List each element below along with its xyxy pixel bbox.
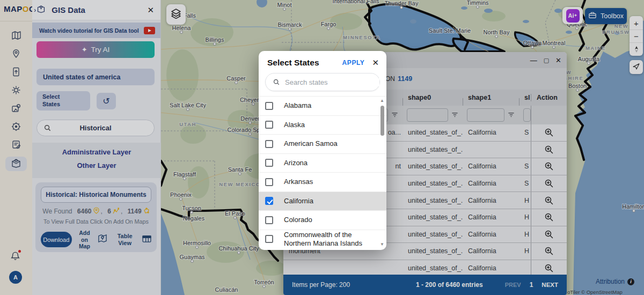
state-search-input[interactable] — [285, 78, 379, 86]
search-icon — [273, 78, 280, 86]
state-option[interactable]: Commonwealth of the Northern Mariana Isl… — [259, 230, 386, 249]
state-checkbox[interactable] — [265, 102, 273, 110]
state-option[interactable]: Alaska — [259, 115, 386, 135]
state-label: Colorado — [284, 216, 312, 224]
select-states-modal: Select States APPLY ✕ AlabamaAlaskaAmeri… — [259, 51, 386, 250]
state-option[interactable]: American Samoa — [259, 134, 386, 153]
scroll-down-icon[interactable]: ▼ — [379, 242, 385, 247]
state-checkbox[interactable] — [265, 216, 273, 224]
modal-scrollbar[interactable]: ▲ ▼ — [379, 98, 385, 247]
state-checkbox[interactable] — [265, 235, 273, 243]
state-label: Commonwealth of the Northern Mariana Isl… — [284, 231, 376, 248]
state-checkbox[interactable] — [265, 140, 273, 148]
app-root: Great FallsHelenaBillingsMinotBismarckFa… — [0, 0, 644, 295]
state-option[interactable]: Colorado — [259, 210, 386, 230]
state-label: American Samoa — [284, 139, 338, 148]
state-option[interactable]: Arizona — [259, 153, 386, 173]
state-label: Arizona — [284, 159, 308, 167]
scroll-up-icon[interactable]: ▲ — [379, 98, 385, 103]
state-option[interactable]: Alabama — [259, 96, 386, 115]
apply-button[interactable]: APPLY — [342, 59, 365, 67]
state-list: AlabamaAlaskaAmerican SamoaArizonaArkans… — [259, 96, 386, 250]
state-search-field[interactable] — [265, 73, 380, 91]
state-label: Alabama — [284, 101, 311, 110]
modal-close-icon[interactable]: ✕ — [372, 58, 379, 68]
state-checkbox[interactable] — [265, 178, 273, 186]
state-label: California — [284, 197, 313, 205]
modal-title: Select States — [267, 58, 342, 68]
state-label: Alaska — [284, 121, 305, 129]
state-option[interactable]: California — [259, 191, 386, 211]
state-label: Arkansas — [284, 178, 313, 186]
state-checkbox[interactable] — [265, 197, 273, 205]
state-option[interactable]: Arkansas — [259, 172, 386, 191]
scrollbar-thumb[interactable] — [380, 106, 384, 136]
state-checkbox[interactable] — [265, 121, 273, 129]
state-checkbox[interactable] — [265, 159, 273, 167]
